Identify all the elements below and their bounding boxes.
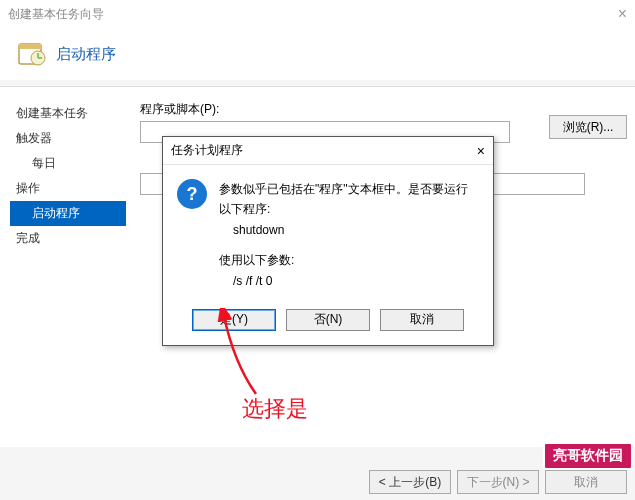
- calendar-icon: [16, 38, 48, 70]
- sidebar-item-action[interactable]: 操作: [10, 176, 126, 201]
- sidebar-item-finish[interactable]: 完成: [10, 226, 126, 251]
- annotation-text: 选择是: [242, 394, 308, 424]
- dialog-title-bar: 任务计划程序 ×: [163, 137, 493, 165]
- svg-rect-1: [19, 44, 41, 49]
- wizard-header: 启动程序: [0, 28, 635, 80]
- watermark: 亮哥软件园: [543, 442, 633, 470]
- wizard-window: 创建基本任务向导 × 启动程序 创建基本任务 触发器 每日 操作 启动程序 完成…: [0, 0, 635, 500]
- title-bar: 创建基本任务向导 ×: [0, 0, 635, 28]
- dialog-cancel-button[interactable]: 取消: [380, 309, 464, 331]
- dialog-title: 任务计划程序: [171, 142, 243, 159]
- dialog-line2: shutdown: [219, 220, 479, 240]
- confirm-dialog: 任务计划程序 × ? 参数似乎已包括在"程序"文本框中。是否要运行以下程序: s…: [162, 136, 494, 346]
- dialog-buttons: 是(Y) 否(N) 取消: [163, 297, 493, 345]
- yes-button[interactable]: 是(Y): [192, 309, 276, 331]
- cancel-button[interactable]: 取消: [545, 470, 627, 494]
- question-icon: ?: [177, 179, 207, 209]
- sidebar-item-start-program[interactable]: 启动程序: [10, 201, 126, 226]
- dialog-line4: /s /f /t 0: [219, 271, 479, 291]
- dialog-message: 参数似乎已包括在"程序"文本框中。是否要运行以下程序: shutdown 使用以…: [219, 179, 479, 291]
- browse-button[interactable]: 浏览(R)...: [549, 115, 627, 139]
- wizard-footer: < 上一步(B) 下一步(N) > 取消: [369, 470, 627, 494]
- no-button[interactable]: 否(N): [286, 309, 370, 331]
- dialog-close-icon[interactable]: ×: [477, 143, 485, 159]
- sidebar-item-create[interactable]: 创建基本任务: [10, 101, 126, 126]
- sidebar-item-trigger[interactable]: 触发器: [10, 126, 126, 151]
- sidebar: 创建基本任务 触发器 每日 操作 启动程序 完成: [0, 101, 126, 447]
- dialog-line1: 参数似乎已包括在"程序"文本框中。是否要运行以下程序:: [219, 179, 479, 220]
- next-button[interactable]: 下一步(N) >: [457, 470, 539, 494]
- close-icon[interactable]: ×: [618, 5, 627, 23]
- window-title: 创建基本任务向导: [8, 6, 104, 23]
- dialog-line3: 使用以下参数:: [219, 250, 479, 270]
- dialog-body: ? 参数似乎已包括在"程序"文本框中。是否要运行以下程序: shutdown 使…: [163, 165, 493, 297]
- page-title: 启动程序: [56, 45, 116, 64]
- sidebar-item-daily[interactable]: 每日: [10, 151, 126, 176]
- prev-button[interactable]: < 上一步(B): [369, 470, 451, 494]
